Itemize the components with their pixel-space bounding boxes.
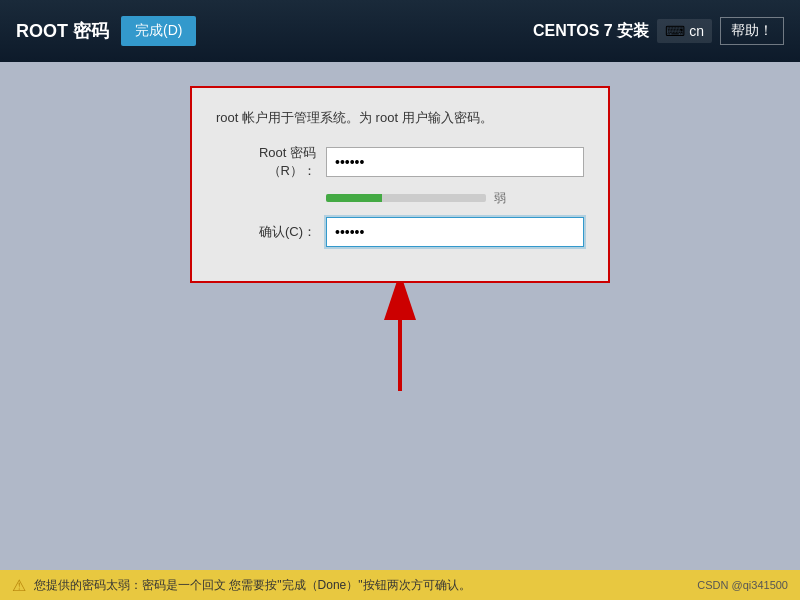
confirm-input[interactable] <box>326 217 584 247</box>
help-button[interactable]: 帮助！ <box>720 17 784 45</box>
strength-label: 弱 <box>494 190 506 207</box>
header: ROOT 密码 完成(D) CENTOS 7 安装 ⌨ cn 帮助！ <box>0 0 800 62</box>
arrow-icon <box>380 281 420 401</box>
password-row: Root 密码（R）： <box>216 144 584 180</box>
strength-bar-fill <box>326 194 382 202</box>
strength-bar-container <box>326 194 486 202</box>
csdn-credit: CSDN @qi341500 <box>697 579 788 591</box>
confirm-row: 确认(C)： <box>216 217 584 247</box>
header-right: CENTOS 7 安装 ⌨ cn 帮助！ <box>533 17 784 45</box>
warning-icon: ⚠ <box>12 576 26 595</box>
keyboard-indicator[interactable]: ⌨ cn <box>657 19 712 43</box>
password-input[interactable] <box>326 147 584 177</box>
arrow-container <box>380 281 420 401</box>
strength-row: 弱 <box>326 190 584 207</box>
warning-bar: ⚠ 您提供的密码太弱：密码是一个回文 您需要按"完成（Done）"按钮两次方可确… <box>0 570 800 600</box>
page-title: ROOT 密码 <box>16 19 109 43</box>
form-description: root 帐户用于管理系统。为 root 用户输入密码。 <box>216 108 584 128</box>
lang-text: cn <box>689 23 704 39</box>
centos-title: CENTOS 7 安装 <box>533 21 649 42</box>
warning-text: 您提供的密码太弱：密码是一个回文 您需要按"完成（Done）"按钮两次方可确认。 <box>34 577 689 594</box>
keyboard-icon: ⌨ <box>665 23 685 39</box>
done-button[interactable]: 完成(D) <box>121 16 196 46</box>
header-left: ROOT 密码 完成(D) <box>16 16 196 46</box>
confirm-label: 确认(C)： <box>216 223 326 241</box>
main-content: root 帐户用于管理系统。为 root 用户输入密码。 Root 密码（R）：… <box>0 62 800 572</box>
form-panel: root 帐户用于管理系统。为 root 用户输入密码。 Root 密码（R）：… <box>190 86 610 283</box>
password-label: Root 密码（R）： <box>216 144 326 180</box>
